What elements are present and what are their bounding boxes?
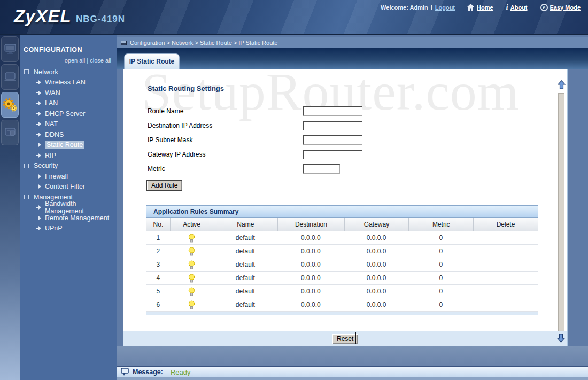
sidebar-item-static-route[interactable]: Static Route [20, 140, 117, 151]
sidebar-item-upnp[interactable]: UPnP [20, 223, 117, 234]
sidebar-item-security[interactable]: Security [20, 161, 117, 172]
about-icon: i [506, 3, 508, 12]
sidebar-item-rip[interactable]: RIP [20, 150, 117, 161]
maintenance-tab[interactable] [1, 120, 19, 145]
cell-gateway: 0.0.0.0 [344, 298, 409, 311]
configuration-tab[interactable] [1, 92, 19, 118]
column-header-destination: Destination [277, 218, 344, 231]
table-row: 5 default0.0.0.00.0.0.00 [146, 285, 538, 298]
collapse-minus-icon[interactable] [24, 195, 29, 199]
status-tab[interactable] [1, 36, 19, 62]
metric-input[interactable] [303, 164, 340, 174]
destination-ip-address-input[interactable] [303, 121, 362, 130]
message-label: Message: [133, 368, 163, 376]
cell-delete [473, 258, 538, 271]
configuration-sidebar: CONFIGURATION open all | close all Netwo… [20, 35, 117, 380]
tree-arrow-bullet-icon [36, 91, 42, 95]
logout-link[interactable]: Logout [435, 4, 455, 11]
cell-destination: 0.0.0.0 [277, 272, 344, 284]
gears-icon [3, 98, 18, 112]
sidebar-item-label: WAN [45, 89, 60, 97]
cell-delete [473, 231, 538, 244]
monitor-icon [3, 43, 17, 55]
status-bar: Message: Ready [117, 366, 588, 377]
cell-destination: 0.0.0.0 [277, 245, 344, 258]
cell-active [170, 258, 213, 271]
collapse-minus-icon[interactable] [24, 69, 29, 74]
cell-name: default [213, 285, 277, 298]
destination-ip-address-label: Destination IP Address [148, 122, 303, 129]
sidebar-item-remote-management[interactable]: Remote Management [20, 213, 117, 223]
add-rule-button[interactable]: Add Rule [146, 180, 182, 191]
reset-button[interactable]: Reset [332, 334, 358, 344]
cell-no: 1 [146, 231, 170, 244]
sidebar-item-wan[interactable]: WAN [20, 88, 117, 98]
nav-separator: I [431, 4, 432, 11]
sidebar-item-network[interactable]: Network [20, 67, 117, 77]
easy-mode-link[interactable]: Easy Mode [550, 4, 581, 11]
sidebar-item-lan[interactable]: LAN [20, 98, 117, 109]
cell-name: default [213, 231, 277, 244]
cell-active [170, 231, 213, 244]
sidebar-item-label: NAT [45, 120, 58, 128]
sidebar-item-label: Network [34, 68, 58, 76]
home-link[interactable]: Home [477, 4, 493, 11]
sidebar-item-label: Security [34, 162, 58, 169]
column-header-active: Active [170, 218, 213, 231]
gateway-ip-address-input[interactable] [303, 150, 362, 159]
table-row: 3 default0.0.0.00.0.0.00 [146, 258, 538, 272]
sidebar-item-ddns[interactable]: DDNS [20, 129, 117, 140]
sidebar-item-firewall[interactable]: Firewall [20, 171, 117, 182]
active-bulb-icon[interactable] [188, 234, 195, 243]
ip-subnet-mask-input[interactable] [303, 135, 362, 145]
tree-arrow-bullet-icon [36, 101, 42, 105]
active-bulb-icon[interactable] [188, 247, 195, 256]
sidebar-item-label: Content Filter [45, 183, 85, 190]
message-value: Ready [171, 368, 191, 376]
collapse-minus-icon[interactable] [24, 164, 29, 168]
cell-gateway: 0.0.0.0 [344, 285, 409, 298]
model-name: NBG-419N [76, 14, 125, 25]
content-scrollbar[interactable] [558, 93, 564, 331]
route-name-input[interactable] [303, 106, 362, 116]
column-header-delete: Delete [473, 218, 538, 231]
tools-icon [3, 126, 17, 139]
sidebar-item-dhcp-server[interactable]: DHCP Server [20, 108, 117, 119]
sidebar-item-label: UPnP [45, 224, 63, 232]
form-row-metric: Metric [148, 161, 362, 176]
form-row-ip-subnet-mask: IP Subnet Mask [148, 133, 362, 147]
about-link[interactable]: About [510, 4, 528, 11]
status-bottom-strip [117, 377, 588, 380]
cell-name: default [213, 258, 277, 271]
sidebar-item-nat[interactable]: NAT [20, 119, 117, 130]
sidebar-item-label: LAN [45, 99, 58, 107]
rules-table-title: Application Rules Summary [146, 206, 538, 218]
jump-to-bottom-arrow-top[interactable] [558, 80, 566, 89]
tab-ip-static-route[interactable]: IP Static Route [124, 53, 180, 69]
column-header-no: No. [146, 218, 170, 231]
cell-metric: 0 [408, 231, 473, 244]
links-separator: | [87, 57, 88, 64]
cell-active [170, 298, 213, 311]
cell-name: default [213, 272, 277, 284]
route-name-label: Route Name [148, 107, 303, 115]
close-all-link[interactable]: close all [90, 57, 111, 64]
cell-metric: 0 [408, 298, 473, 311]
cell-metric: 0 [408, 258, 473, 271]
tree-arrow-bullet-icon [36, 153, 42, 158]
cell-gateway: 0.0.0.0 [344, 272, 409, 284]
sidebar-item-bandwidth-management[interactable]: Bandwidth Management [20, 203, 117, 213]
tree-arrow-bullet-icon [36, 184, 42, 189]
sidebar-item-content-filter[interactable]: Content Filter [20, 182, 117, 192]
monitor-tab[interactable] [1, 64, 19, 90]
form-row-gateway-ip-address: Gateway IP Address [148, 147, 362, 161]
active-bulb-icon[interactable] [188, 260, 195, 269]
open-all-link[interactable]: open all [65, 57, 86, 64]
active-bulb-icon[interactable] [188, 287, 195, 296]
active-bulb-icon[interactable] [188, 274, 195, 283]
table-row: 1 default0.0.0.00.0.0.00 [146, 231, 538, 245]
sidebar-item-wireless-lan[interactable]: Wireless LAN [20, 77, 117, 88]
jump-to-top-arrow-bottom[interactable] [557, 334, 565, 343]
column-header-name: Name [213, 218, 277, 231]
active-bulb-icon[interactable] [188, 300, 195, 309]
